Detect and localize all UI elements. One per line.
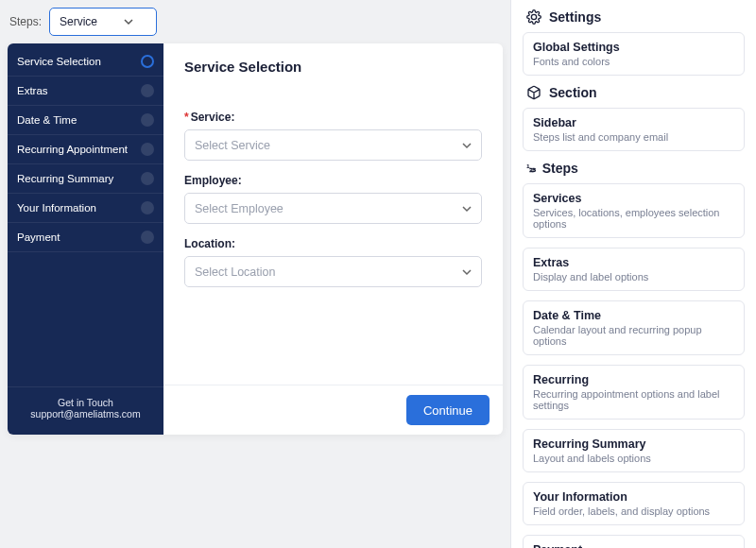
step-indicator-icon [141,201,154,214]
box-icon [526,85,541,100]
sidebar-item-recurring-summary[interactable]: Recurring Summary [8,164,163,194]
page-title: Service Selection [184,59,482,75]
step-indicator-icon [141,172,154,185]
contact-block: Get in Touch support@ameliatms.com [8,386,163,435]
sidebar-item-label: Your Information [17,202,96,214]
booking-sidebar: Service Selection Extras Date & Time Rec… [8,43,163,435]
ordered-list-icon: ¹₂₃ [526,163,535,175]
step-card-payment[interactable]: Payment Layout and labels options [523,535,745,548]
sidebar-item-payment[interactable]: Payment [8,223,163,252]
sidebar-item-label: Payment [17,231,60,243]
section-heading: Section [549,85,597,100]
booking-card: Service Selection Extras Date & Time Rec… [8,43,503,435]
location-field-label: Location: [184,237,482,250]
step-indicator-icon [141,143,154,156]
step-card-extras[interactable]: Extras Display and label options [523,248,745,291]
step-indicator-icon [141,84,154,97]
section-sidebar-card[interactable]: Sidebar Steps list and company email [523,108,745,151]
steps-heading: Steps [542,161,578,176]
required-mark: * [184,111,189,124]
step-card-recurring-summary[interactable]: Recurring Summary Layout and labels opti… [523,429,745,472]
settings-heading: Settings [549,9,601,25]
step-indicator-active-icon [141,55,154,68]
sidebar-item-label: Date & Time [17,114,77,126]
location-placeholder: Select Location [195,265,275,279]
sidebar-item-your-information[interactable]: Your Information [8,194,163,223]
location-select[interactable]: Select Location [184,256,482,287]
service-field-label: *Service: [184,111,482,124]
step-indicator-icon [141,231,154,244]
employee-placeholder: Select Employee [195,202,284,215]
sidebar-item-label: Recurring Appointment [17,144,128,155]
contact-heading: Get in Touch [11,397,160,408]
steps-select[interactable]: Service [49,8,157,36]
contact-email: support@ameliatms.com [11,408,160,420]
step-indicator-icon [141,113,154,127]
sidebar-item-date-time[interactable]: Date & Time [8,106,163,135]
chevron-down-icon [124,17,133,26]
step-card-services[interactable]: Services Services, locations, employees … [523,183,745,238]
continue-button[interactable]: Continue [406,395,490,425]
employee-field-label: Employee: [184,174,482,187]
settings-panel: Settings Global Settings Fonts and color… [510,0,756,548]
sidebar-item-service-selection[interactable]: Service Selection [8,47,163,77]
step-card-your-information[interactable]: Your Information Field order, labels, an… [523,482,745,525]
service-placeholder: Select Service [195,139,270,152]
chevron-down-icon [462,267,472,277]
steps-label: Steps: [9,15,42,28]
employee-select[interactable]: Select Employee [184,193,482,224]
sidebar-item-label: Service Selection [17,56,101,67]
sidebar-item-extras[interactable]: Extras [8,77,163,106]
sidebar-steps-list: Service Selection Extras Date & Time Rec… [8,43,163,386]
steps-select-value: Service [60,15,97,28]
chevron-down-icon [462,204,472,214]
sidebar-item-label: Extras [17,85,48,96]
step-card-recurring[interactable]: Recurring Recurring appointment options … [523,365,745,420]
global-settings-card[interactable]: Global Settings Fonts and colors [523,32,745,76]
chevron-down-icon [462,141,472,150]
step-card-date-time[interactable]: Date & Time Calendar layout and recurrin… [523,300,745,355]
gear-icon [526,9,541,25]
service-select[interactable]: Select Service [184,129,482,161]
sidebar-item-label: Recurring Summary [17,173,113,184]
booking-main: Service Selection *Service: Select Servi… [163,43,503,435]
sidebar-item-recurring-appointment[interactable]: Recurring Appointment [8,135,163,164]
